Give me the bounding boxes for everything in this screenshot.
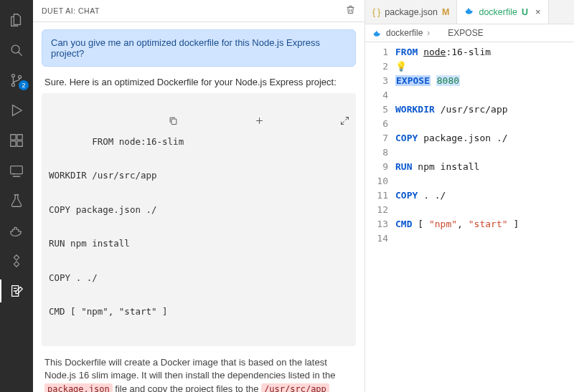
inline-code-package-json: package.json <box>44 383 113 392</box>
code-line-9: RUN npm install <box>395 160 574 174</box>
tab-dockerfile[interactable]: dockerfile U × <box>457 0 548 24</box>
assistant-code-text: FROM node:16-slim WORKDIR /usr/src/app C… <box>49 136 184 317</box>
code-line-14 <box>395 231 574 246</box>
assistant-explanation: This Dockerfile will create a Docker ima… <box>42 356 356 393</box>
json-icon: { } <box>372 7 380 17</box>
explain-para-1: This Dockerfile will create a Docker ima… <box>44 356 353 393</box>
assistant-intro: Sure. Here is an optimized Dockerfile fo… <box>44 77 353 87</box>
tab-docker-label: dockerfile <box>479 7 517 17</box>
svg-rect-6 <box>17 141 22 146</box>
copy-code-button[interactable] <box>103 97 179 148</box>
trash-icon <box>345 4 356 15</box>
activity-duet-chat[interactable] <box>0 277 33 305</box>
app-root: 2 DUET AI: CHAT <box>0 0 574 392</box>
expand-code-button[interactable] <box>275 97 350 148</box>
svg-rect-7 <box>17 135 22 140</box>
activity-debug[interactable] <box>0 96 33 125</box>
docker-icon <box>464 6 474 18</box>
tab-package-label: package.json <box>385 7 438 17</box>
breadcrumb[interactable]: dockerfile › EXPOSE <box>365 24 574 42</box>
plus-icon <box>254 115 265 126</box>
editor-pane: { } package.json M dockerfile U × docker… <box>365 0 574 392</box>
chat-header: DUET AI: CHAT <box>33 0 364 22</box>
tab-docker-status: U <box>522 7 528 17</box>
svg-point-9 <box>14 173 14 174</box>
code-line-5: WORKDIR /usr/src/app <box>395 102 574 117</box>
lightbulb-icon[interactable]: 💡 <box>395 61 407 72</box>
docker-icon <box>372 29 382 38</box>
code-line-13: CMD [ "npm", "start" ] <box>395 217 574 231</box>
svg-rect-10 <box>171 119 177 125</box>
code-lines: FROM node:16-slim 💡 EXPOSE 8080 WORKDIR … <box>395 45 574 392</box>
cube-icon <box>434 29 443 38</box>
code-line-11: COPY . ./ <box>395 188 574 203</box>
code-line-12 <box>395 203 574 217</box>
svg-rect-5 <box>11 141 16 146</box>
breadcrumb-file: dockerfile <box>386 28 423 38</box>
activity-remote[interactable] <box>0 156 33 185</box>
activity-scm[interactable]: 2 <box>0 66 33 95</box>
code-toolbar <box>103 97 350 148</box>
beaker-icon <box>9 193 24 209</box>
user-message-bubble: Can you give me an optimized dockerfile … <box>42 29 356 67</box>
code-editor[interactable]: 1234567891011121314 FROM node:16-slim 💡 … <box>365 42 574 392</box>
diamond-icon <box>9 253 24 269</box>
svg-rect-4 <box>11 135 16 140</box>
chat-scroll[interactable]: Can you give me an optimized dockerfile … <box>33 22 364 392</box>
svg-rect-8 <box>11 166 23 174</box>
whale-icon <box>9 223 24 239</box>
scm-badge: 2 <box>19 80 29 90</box>
code-line-7: COPY package.json ./ <box>395 131 574 145</box>
code-line-6 <box>395 117 574 131</box>
tab-docker-close[interactable]: × <box>535 6 541 17</box>
tab-package-json[interactable]: { } package.json M <box>365 0 457 24</box>
editor-tabs: { } package.json M dockerfile U × <box>365 0 574 24</box>
play-bug-icon <box>9 102 24 118</box>
breadcrumb-symbol: EXPOSE <box>448 28 483 38</box>
chat-clear-button[interactable] <box>345 4 356 17</box>
code-line-10 <box>395 174 574 188</box>
chat-title: DUET AI: CHAT <box>42 6 100 15</box>
code-line-8 <box>395 145 574 160</box>
user-message-text: Can you give me an optimized dockerfile … <box>51 37 320 59</box>
assistant-code-block: FROM node:16-slim WORKDIR /usr/src/app C… <box>42 93 356 346</box>
activity-api[interactable] <box>0 247 33 275</box>
activity-testing[interactable] <box>0 186 33 215</box>
activity-docker[interactable] <box>0 216 33 245</box>
expand-icon <box>339 115 350 126</box>
insert-code-button[interactable] <box>189 97 264 148</box>
activity-search[interactable] <box>0 36 33 64</box>
extensions-icon <box>9 133 24 148</box>
copy-icon <box>168 115 179 126</box>
code-line-4 <box>395 88 574 102</box>
tab-package-status: M <box>442 7 449 17</box>
activity-bar: 2 <box>0 0 33 392</box>
code-line-3: EXPOSE 8080 <box>395 74 574 88</box>
files-icon <box>9 12 24 28</box>
chevron-right-icon: › <box>427 28 430 38</box>
activity-extensions[interactable] <box>0 126 33 155</box>
remote-icon <box>9 163 24 178</box>
activity-explorer[interactable] <box>0 6 33 34</box>
code-line-1: FROM node:16-slim <box>395 45 574 59</box>
chat-panel: DUET AI: CHAT Can you give me an optimiz… <box>33 0 365 392</box>
note-pencil-icon <box>9 283 24 299</box>
line-gutter: 1234567891011121314 <box>365 45 395 392</box>
search-icon <box>9 42 24 58</box>
inline-code-usr-src-app: /usr/src/app <box>261 383 329 392</box>
code-line-2: 💡 <box>395 59 574 74</box>
